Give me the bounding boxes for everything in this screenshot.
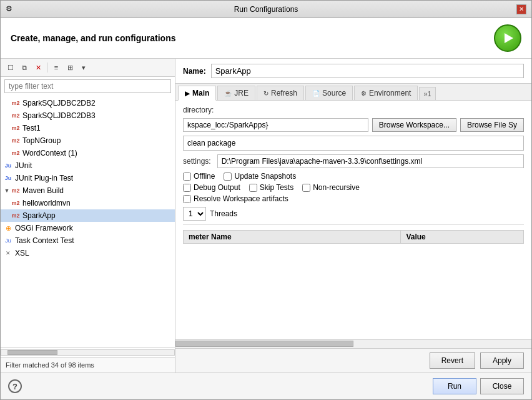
- tree-item-xsl[interactable]: ✕ XSL: [1, 247, 175, 259]
- resolve-workspace-checkbox[interactable]: [183, 195, 191, 203]
- header-title: Create, manage, and run configurations: [11, 33, 176, 43]
- non-recursive-checkbox-item: Non-recursive: [302, 183, 360, 192]
- tree-item-task-context[interactable]: Ju Task Context Test: [1, 234, 175, 247]
- debug-output-checkbox[interactable]: [183, 184, 191, 192]
- browse-file-button[interactable]: Browse File Sy: [460, 118, 524, 132]
- tree-item-junit[interactable]: Ju JUnit: [1, 159, 175, 172]
- horizontal-scrollbar[interactable]: [1, 349, 175, 356]
- tree-item-sparksqljdbc2db3[interactable]: m2 SparkSQLJDBC2DB3: [1, 109, 175, 122]
- tree-item-wordcontext[interactable]: m2 WordContext (1): [1, 147, 175, 159]
- tab-environment[interactable]: ⚙ Environment: [354, 86, 418, 100]
- xsl-icon: ✕: [3, 248, 13, 258]
- run-button[interactable]: Run: [433, 378, 476, 394]
- delete-config-button[interactable]: ✕: [32, 61, 44, 74]
- new-config-button[interactable]: ☐: [4, 61, 17, 74]
- threads-label: Threads: [210, 209, 237, 218]
- revert-apply-bar: Revert Apply: [175, 348, 531, 372]
- tree-expander[interactable]: ▼: [3, 187, 11, 194]
- help-button[interactable]: ?: [8, 379, 22, 393]
- main-content: ☐ ⧉ ✕ ≡ ⊞ ▾ m2 SparkSQLJDBC2DB2 m2 Spark…: [1, 59, 531, 372]
- filter-status: Filter matched 34 of 98 items: [1, 357, 175, 372]
- tree-area: m2 SparkSQLJDBC2DB2 m2 SparkSQLJDBC2DB3 …: [1, 96, 175, 347]
- run-close-buttons: Run Close: [433, 378, 524, 394]
- skip-tests-checkbox[interactable]: [249, 184, 257, 192]
- filter-button[interactable]: ≡: [50, 61, 62, 74]
- run-large-button[interactable]: [494, 24, 521, 52]
- name-label: Name:: [183, 67, 206, 76]
- settings-label: settings:: [183, 157, 211, 166]
- maven-icon: m2: [11, 148, 21, 158]
- copy-config-button[interactable]: ⧉: [18, 61, 31, 74]
- jre-tab-icon: ☕: [224, 90, 232, 97]
- tab-source[interactable]: 📄 Source: [305, 86, 353, 100]
- offline-checkbox[interactable]: [183, 172, 191, 181]
- directory-label: directory:: [183, 106, 214, 114]
- tab-main[interactable]: ▶ Main: [178, 86, 216, 101]
- params-table: meter Name Value: [183, 230, 524, 244]
- expand-button[interactable]: ⊞: [64, 61, 76, 74]
- maven-icon: m2: [11, 98, 21, 108]
- directory-section: directory: Browse Workspace... Browse Fi…: [183, 106, 524, 132]
- checkbox-group-1: Offline Update Snapshots: [183, 172, 524, 181]
- apply-button[interactable]: Apply: [480, 352, 524, 369]
- dropdown-button[interactable]: ▾: [77, 61, 90, 74]
- tree-item-maven-build[interactable]: ▼ m2 Maven Build: [1, 184, 175, 197]
- tree-item-topngroup[interactable]: m2 TopNGroup: [1, 134, 175, 147]
- maven-icon: m2: [11, 136, 21, 146]
- tab-environment-label: Environment: [369, 89, 411, 98]
- tree-item-sparkapp[interactable]: m2 SparkApp: [1, 209, 175, 222]
- horizontal-scrollbar-thumb[interactable]: [7, 350, 57, 355]
- non-recursive-label: Non-recursive: [313, 183, 360, 192]
- right-panel: Name: ▶ Main ☕ JRE ↻ Refresh 📄 So: [175, 59, 531, 372]
- overflow-tab[interactable]: »1: [419, 87, 435, 100]
- tab-refresh[interactable]: ↻ Refresh: [257, 86, 304, 100]
- tree-item-helloworldmvn[interactable]: m2 helloworldmvn: [1, 197, 175, 209]
- non-recursive-checkbox[interactable]: [302, 184, 310, 192]
- update-snapshots-checkbox[interactable]: [224, 172, 232, 181]
- maven-icon: m2: [11, 123, 21, 133]
- name-bar: Name:: [175, 59, 531, 84]
- threads-select[interactable]: 1 2 4: [183, 207, 206, 221]
- tree-label: TopNGroup: [22, 136, 61, 145]
- tree-label: Maven Build: [22, 186, 64, 195]
- tab-content-main: directory: Browse Workspace... Browse Fi…: [175, 101, 531, 339]
- directory-input[interactable]: [183, 118, 368, 132]
- dialog-icon: ⚙: [6, 4, 16, 14]
- horizontal-scroll[interactable]: [1, 347, 175, 357]
- main-tab-icon: ▶: [185, 90, 190, 97]
- right-horizontal-scrollbar-thumb[interactable]: [175, 341, 353, 347]
- close-button[interactable]: Close: [480, 378, 524, 394]
- params-col-name: meter Name: [184, 231, 401, 244]
- tab-jre[interactable]: ☕ JRE: [217, 86, 255, 100]
- run-configurations-dialog: ⚙ Run Configurations ✕ Create, manage, a…: [0, 0, 532, 400]
- skip-tests-label: Skip Tests: [260, 183, 293, 192]
- left-panel: ☐ ⧉ ✕ ≡ ⊞ ▾ m2 SparkSQLJDBC2DB2 m2 Spark…: [1, 59, 175, 372]
- bottom-bar: ? Run Close: [1, 372, 531, 399]
- goals-section: [183, 136, 524, 151]
- tree-label: SparkSQLJDBC2DB3: [22, 111, 96, 120]
- tab-source-label: Source: [322, 89, 346, 98]
- tree-item-test1[interactable]: m2 Test1: [1, 122, 175, 134]
- overflow-label: »1: [423, 90, 431, 98]
- browse-workspace-button[interactable]: Browse Workspace...: [372, 118, 456, 132]
- tree-item-osgi[interactable]: ⊕ OSGi Framework: [1, 222, 175, 234]
- settings-input[interactable]: [217, 154, 524, 168]
- tree-item-sparksqljdbc2db2[interactable]: m2 SparkSQLJDBC2DB2: [1, 97, 175, 109]
- goals-input[interactable]: [183, 136, 524, 151]
- tree-label: Task Context Test: [15, 236, 74, 245]
- params-section: meter Name Value: [183, 224, 524, 244]
- name-input[interactable]: [211, 64, 524, 78]
- filter-input[interactable]: [4, 79, 171, 93]
- title-bar: ⚙ Run Configurations ✕: [1, 1, 531, 18]
- resolve-workspace-label: Resolve Workspace artifacts: [194, 194, 288, 203]
- tab-jre-label: JRE: [234, 89, 249, 98]
- right-horizontal-scroll[interactable]: [175, 339, 531, 348]
- revert-button[interactable]: Revert: [430, 352, 475, 369]
- tree-item-junit-plugin[interactable]: Ju JUnit Plug-in Test: [1, 172, 175, 184]
- checkbox-group-2: Debug Output Skip Tests Non-recursive: [183, 183, 524, 192]
- debug-output-label: Debug Output: [194, 183, 240, 192]
- tree-label: OSGi Framework: [15, 224, 73, 232]
- offline-label: Offline: [194, 172, 215, 181]
- debug-output-checkbox-item: Debug Output: [183, 183, 240, 192]
- close-window-button[interactable]: ✕: [516, 4, 526, 14]
